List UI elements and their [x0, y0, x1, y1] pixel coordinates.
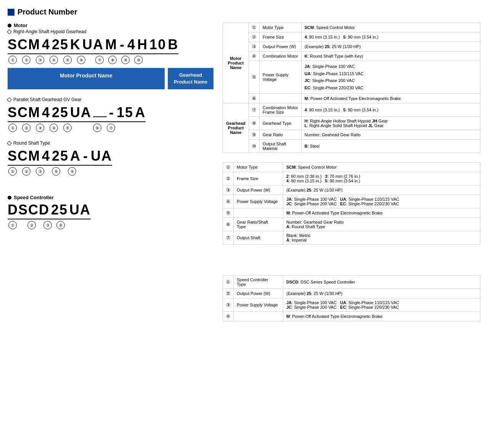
motor-bullet-header: Motor [8, 23, 214, 28]
table-row: ⑨ Gear Ratio Number: Geahead Gear Ratio [223, 130, 480, 139]
table-row: ⑥ Gear Ratio/ShaftType Number: Gearhead … [223, 218, 480, 231]
item-num-10: ⑩ [249, 139, 259, 153]
round-shaft-header: Round Shaft Type [8, 140, 214, 146]
n6: ⑥ [77, 56, 85, 64]
rn4: ④ [68, 167, 76, 176]
code-4b: 4 [127, 37, 136, 53]
item-desc-9: Number: Geahead Gear Ratio [301, 130, 480, 139]
n7: ⑦ [95, 56, 104, 64]
t2-desc-6: Number: Gearhead Gear RatioA: Round Shaf… [283, 218, 480, 231]
table-row: ④ Power Supply Voltage JA: Single-Phase … [223, 195, 480, 208]
t3-num-3: ③ [223, 298, 234, 311]
item-desc-6: M: Power-Off Activated Type Electromagne… [301, 93, 480, 103]
item-num-7: ⑦ [249, 103, 259, 116]
motor-product-name-box: Motor Product Name [8, 68, 165, 89]
t3-num-1: ① [223, 275, 234, 288]
p-ua: UA [70, 105, 92, 121]
n3: ③ [36, 56, 44, 64]
table-row: ③ Power Supply Voltage JA: Single-Phase … [223, 298, 480, 311]
scn3: ③ [43, 221, 52, 229]
n4: ④ [50, 56, 58, 64]
sc-dscd: DSCD [8, 202, 50, 218]
table-row: ⑥ M: Power-Off Activated Type Electromag… [223, 93, 480, 103]
table-row: ② Frame Size 2: 60 mm (2.36 in.) 3: 70 m… [223, 172, 480, 185]
item-num-8: ⑧ [249, 116, 259, 130]
name-boxes-row: Motor Product Name GearheadProduct Name [8, 68, 214, 89]
r-4: 4 [42, 148, 50, 164]
t2-label-7: Output Shaft [234, 231, 283, 244]
table-row: MotorProductName ① Motor Type SCM: Speed… [223, 23, 480, 32]
t3-label-4 [234, 311, 283, 321]
rn6: ⑥ [52, 167, 60, 176]
item-desc-10: B: Steel [301, 139, 480, 153]
t3-label-3: Power Supply Voltage [234, 298, 283, 311]
item-desc-4: K: Round Shaft Type (with Key) [301, 52, 480, 61]
t3-num-2: ② [223, 288, 234, 298]
parallel-header: Parallel Shaft Gearhead GV Gear [8, 97, 214, 102]
round-shaft-section: Round Shaft Type SCM 4 25 A - UA ① ② [8, 140, 214, 179]
t2-num-1: ① [223, 162, 234, 172]
table-row: ② Frame Size 4: 80 mm (3.15 in.) 5: 90 m… [223, 32, 480, 42]
table-row: ⑤ Power Supply Voltage JA: Single-Phase … [223, 61, 480, 94]
left-column: Motor Right-Angle Shaft Hypoid Gearhead … [8, 23, 214, 233]
p-blank [93, 116, 107, 117]
item-desc-1: SCM: Speed Control Motor [301, 23, 480, 32]
t3-desc-4: M: Power-Off Activated Type Electromagne… [283, 311, 480, 321]
rn2: ② [22, 167, 30, 176]
speed-table: ① Speed ControllerType DSCD: DSC Series … [223, 275, 480, 321]
code-b: B [168, 37, 178, 53]
item-label-1: Motor Type [259, 23, 301, 32]
page-wrapper: Product Number Motor Right-Angle Shaft H… [8, 8, 480, 330]
p-4: 4 [42, 105, 50, 121]
table-row: ④ Combination Motor K: Round Shaft Type … [223, 52, 480, 61]
diamond-icon-3 [7, 141, 12, 146]
t2-desc-7: Blank: MetricA: Imperial [283, 231, 480, 244]
code-hyphen1: - [120, 37, 125, 53]
t2-desc-3: (Example) 25: 25 W (1/30 HP) [283, 185, 480, 195]
t2-num-2: ② [223, 172, 234, 185]
item-desc-5: JA: Single-Phase 100 VACUA: Single-Phase… [301, 61, 480, 94]
code-scm1: SCM [8, 37, 40, 53]
group-label-motor: MotorProductName [223, 23, 249, 103]
main-layout: Motor Right-Angle Shaft Hypoid Gearhead … [8, 23, 480, 330]
t3-desc-2: (Example) 25: 25 W (1/30 HP) [283, 288, 480, 298]
t3-label-1: Speed ControllerType [234, 275, 283, 288]
item-num-5: ⑤ [249, 61, 259, 94]
t2-label-6: Gear Ratio/ShaftType [234, 218, 283, 231]
item-label-10: Output Shaft Material [259, 139, 301, 153]
r-hyphen: - [83, 148, 88, 164]
item-num-1: ① [249, 23, 259, 32]
item-desc-7: 4: 80 mm (3.15 in.) 5: 90 mm (3.54 in.) [301, 103, 480, 116]
round-code-line: SCM 4 25 A - UA [8, 148, 112, 166]
pn1: ① [8, 124, 17, 132]
code-m: M [105, 37, 117, 53]
pn5: ⑤ [63, 124, 72, 132]
gearhead-product-name-box: GearheadProduct Name [168, 68, 214, 89]
n5: ⑤ [63, 56, 72, 64]
title-square-icon [8, 9, 14, 16]
n8: ⑧ [108, 56, 117, 64]
hypoid-num-row: ① ② ③ ④ ⑤ ⑥ ⑦ ⑧ ⑨ [8, 55, 214, 68]
item-label-4: Combination Motor [259, 52, 301, 61]
item-num-4: ④ [249, 52, 259, 61]
sc-25: 25 [51, 202, 68, 218]
page-title: Product Number [8, 8, 480, 16]
table-row: ④ M: Power-Off Activated Type Electromag… [223, 311, 480, 321]
table-row: ⑧ Gearhead Type H: Right-Angle Hollow Sh… [223, 116, 480, 130]
pn6: ⑥ [93, 124, 101, 132]
p-25: 25 [52, 105, 69, 121]
pn4: ④ [50, 124, 58, 132]
r-ua: UA [91, 148, 112, 164]
sc-ua: UA [69, 202, 91, 218]
p-scm: SCM [8, 105, 40, 121]
t2-desc-2: 2: 60 mm (2.36 in.) 3: 70 mm (2.76 in.)4… [283, 172, 480, 185]
rn3: ③ [36, 167, 44, 176]
group-label-gearhead: GearheadProductName [223, 103, 249, 153]
t2-label-1: Motor Type [234, 162, 283, 172]
scn2: ② [27, 221, 36, 229]
n10: ⑩ [134, 56, 143, 64]
t2-label-4: Power Supply Voltage [234, 195, 283, 208]
r-a: A [70, 148, 81, 164]
scn1: ① [8, 221, 17, 229]
t3-desc-3: JA: Single-Phase 100 VAC UA: Single-Phas… [283, 298, 480, 311]
